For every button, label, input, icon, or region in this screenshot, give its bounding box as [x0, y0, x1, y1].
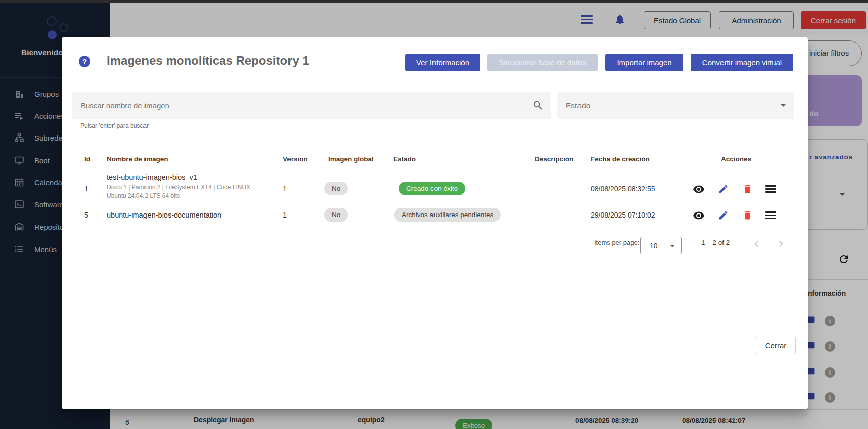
view-info-button[interactable]: Ver Información — [405, 54, 480, 71]
items-per-page-label: Items per page: — [594, 239, 639, 246]
import-image-button[interactable]: Importar imagen — [605, 54, 683, 71]
cell-id: 5 — [84, 211, 88, 219]
page-size-select[interactable]: 10 — [640, 237, 682, 254]
estado-filter-select[interactable]: Estado — [557, 92, 794, 119]
search-icon[interactable] — [532, 100, 544, 113]
cell-detail: Disco:1 | Partición:2 | FileSystem:EXT4 … — [107, 184, 250, 191]
page-size-value: 10 — [650, 242, 658, 250]
previous-page-icon[interactable] — [751, 238, 762, 251]
column-header-acciones: Acciones — [721, 155, 751, 163]
column-header-id: Id — [84, 155, 90, 163]
search-field — [72, 92, 551, 119]
next-page-icon[interactable] — [775, 238, 786, 251]
cell-fecha: 29/08/2025 07:10:02 — [591, 211, 655, 219]
divider — [72, 227, 794, 227]
column-header-fecha: Fecha de creación — [591, 155, 650, 163]
close-button[interactable]: Cerrar — [756, 337, 796, 354]
column-header-nombre: Nombre de imagen — [107, 155, 168, 163]
status-badge: Archivos auxiliares pendientes — [394, 208, 501, 222]
column-header-descripcion: Descripción — [535, 155, 573, 163]
cell-id: 1 — [84, 185, 88, 193]
column-header-version: Version — [283, 155, 308, 163]
help-icon[interactable]: ? — [79, 56, 90, 67]
cell-fecha: 08/08/2025 08:32:55 — [591, 185, 655, 193]
cell-version: 1 — [283, 185, 287, 193]
cell-name: ubuntu-imagen-bios-documentation — [107, 211, 221, 219]
edit-icon[interactable] — [718, 184, 729, 196]
chevron-down-icon — [670, 245, 675, 247]
images-dialog: ? Imagenes monolíticas Repository 1 Ver … — [62, 37, 808, 409]
sync-database-button: Sincronizar base de datos — [487, 54, 598, 71]
cell-name: test-ubuntu-imagen-bios_v1 — [107, 173, 197, 181]
global-badge: No — [324, 208, 348, 222]
status-badge: Creado con éxito — [399, 182, 465, 195]
chevron-down-icon — [781, 104, 786, 107]
screen: Bienvenido Grupos Acciones Subredes Boot… — [0, 0, 868, 429]
cell-detail: Ubuntu 24.04.2 LTS 64 bits — [107, 192, 180, 199]
search-input[interactable] — [80, 92, 521, 119]
view-icon[interactable] — [693, 183, 705, 197]
global-badge: No — [324, 182, 348, 195]
convert-virtual-image-button[interactable]: Convertir imagen virtual — [691, 54, 793, 71]
column-header-estado: Estado — [393, 155, 416, 163]
cell-version: 1 — [283, 211, 287, 219]
search-hint: Pulsar 'enter' para buscar — [80, 122, 149, 129]
delete-icon[interactable] — [742, 210, 753, 223]
edit-icon[interactable] — [718, 210, 729, 223]
dialog-title: Imagenes monolíticas Repository 1 — [107, 54, 309, 68]
row-menu-icon[interactable] — [765, 211, 776, 220]
delete-icon[interactable] — [742, 184, 753, 196]
page-range-label: 1 – 2 of 2 — [701, 239, 730, 246]
column-header-imagen-global: Imagen global — [328, 155, 374, 163]
divider — [72, 204, 794, 204]
row-menu-icon[interactable] — [765, 185, 776, 193]
view-icon[interactable] — [693, 209, 705, 224]
estado-filter-label: Estado — [566, 101, 590, 110]
